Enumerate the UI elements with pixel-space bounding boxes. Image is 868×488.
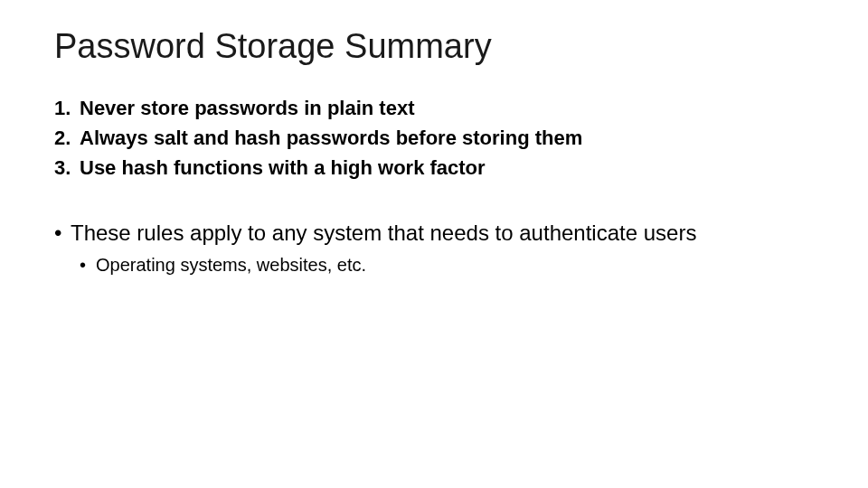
sub-notes-list: Operating systems, websites, etc. bbox=[71, 252, 814, 277]
sub-note-item: Operating systems, websites, etc. bbox=[96, 252, 814, 277]
note-item: These rules apply to any system that nee… bbox=[71, 218, 814, 277]
slide-title: Password Storage Summary bbox=[54, 27, 814, 66]
rule-item: Use hash functions with a high work fact… bbox=[80, 155, 814, 183]
rule-item: Always salt and hash passwords before st… bbox=[80, 125, 814, 153]
rules-list: Never store passwords in plain text Alwa… bbox=[54, 95, 814, 182]
note-text: These rules apply to any system that nee… bbox=[71, 221, 696, 245]
notes-list: These rules apply to any system that nee… bbox=[54, 218, 814, 277]
rule-item: Never store passwords in plain text bbox=[80, 95, 814, 123]
